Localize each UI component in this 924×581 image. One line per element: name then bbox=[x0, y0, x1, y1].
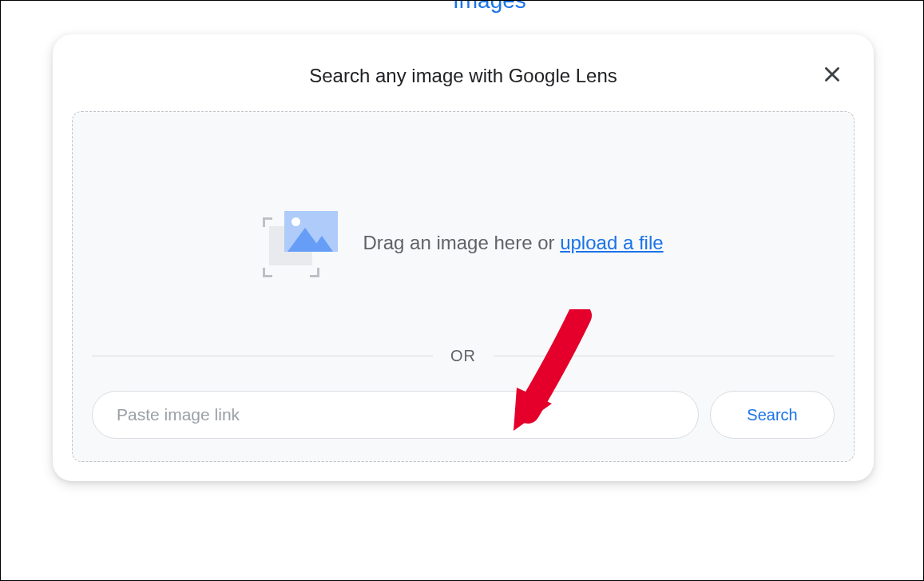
close-icon bbox=[822, 64, 843, 85]
divider-line-left bbox=[92, 356, 433, 356]
upload-file-link[interactable]: upload a file bbox=[560, 232, 663, 253]
divider-line-right bbox=[494, 356, 835, 356]
divider: OR bbox=[92, 347, 835, 391]
lens-search-modal: Search any image with Google Lens bbox=[53, 34, 874, 481]
close-button[interactable] bbox=[818, 60, 847, 89]
header-images-link[interactable]: Images bbox=[453, 0, 526, 14]
drop-area: Drag an image here or upload a file bbox=[92, 131, 835, 347]
image-illustration-icon bbox=[263, 211, 339, 275]
drag-text: Drag an image here or bbox=[363, 232, 560, 253]
modal-header: Search any image with Google Lens bbox=[72, 54, 855, 111]
input-row: Search bbox=[92, 391, 835, 439]
modal-title: Search any image with Google Lens bbox=[309, 65, 617, 86]
divider-text: OR bbox=[433, 347, 494, 365]
search-button[interactable]: Search bbox=[710, 391, 835, 439]
dropzone[interactable]: Drag an image here or upload a file OR S… bbox=[72, 111, 855, 462]
image-link-input[interactable] bbox=[92, 391, 699, 439]
drop-instruction: Drag an image here or upload a file bbox=[363, 232, 663, 254]
